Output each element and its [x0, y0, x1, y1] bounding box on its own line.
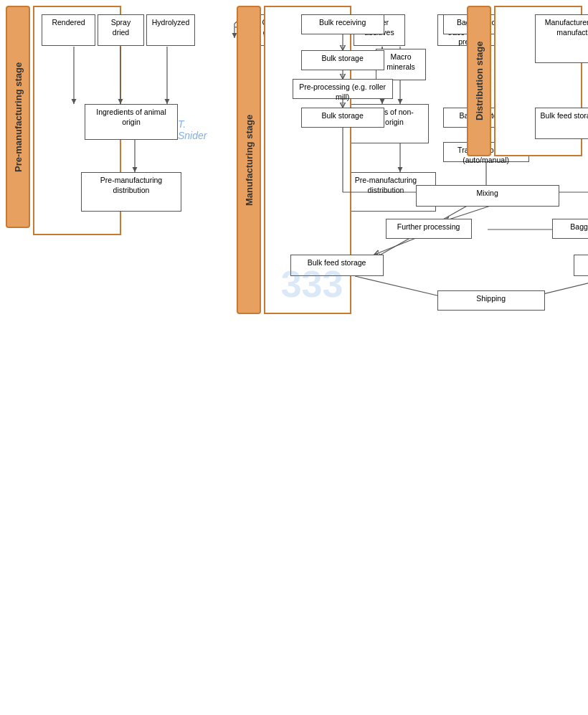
- further-processing-label: Further processing: [397, 222, 460, 231]
- bulk-feed-storage-label: Bulk feed storage: [308, 258, 366, 267]
- pre-dist-right-label: Pre-manufacturing distribution: [355, 176, 417, 194]
- bulk-storage2-label: Bulk storage: [321, 111, 363, 120]
- pre-dist-left-box: Pre-manufacturing distribution: [81, 172, 181, 212]
- distribution-label: Distribution stage: [467, 6, 491, 156]
- svg-line-37: [374, 237, 419, 255]
- manufacturing-label: Manufacturing stage: [237, 6, 261, 314]
- tsnider-watermark: T. Snider: [178, 118, 207, 141]
- mixing-box: Mixing: [416, 185, 559, 207]
- bagged-feed-storage-box: Bagged feed storage: [574, 255, 588, 276]
- mfr-controlled-box: Manufacturer controlled distribution fro…: [535, 14, 588, 63]
- ingredients-animal-box: Ingredients of animal origin: [85, 104, 178, 140]
- shipping-box: Shipping: [437, 290, 545, 311]
- pre-processing-label: Pre-processing (e.g. roller mill): [299, 82, 386, 101]
- pre-manufacturing-label: Pre-manufacturing stage: [6, 6, 30, 228]
- connector-svg-mfg-dist: [379, 6, 467, 31]
- rendered-box: Rendered: [42, 14, 95, 46]
- bulk-storage1-label: Bulk storage: [321, 54, 363, 62]
- macro-minerals-label: Macro minerals: [387, 52, 415, 71]
- bagging-box: Bagging: [552, 219, 588, 239]
- mixing-label: Mixing: [476, 189, 498, 197]
- bulk-feed-farm-box: Bulk feed storage on farm: [535, 108, 588, 139]
- manufacturing-text: Manufacturing stage: [243, 114, 254, 205]
- bulk-storage2-box: Bulk storage: [301, 108, 384, 128]
- bulk-feed-farm-label: Bulk feed storage on farm: [541, 111, 588, 120]
- mfr-controlled-label: Manufacturer controlled distribution fro…: [545, 18, 588, 37]
- pre-dist-left-label: Pre-manufacturing distribution: [100, 176, 162, 194]
- distribution-text: Distribution stage: [474, 42, 485, 121]
- connector-svg-pre-mfg: [148, 6, 237, 38]
- bulk-storage1-box: Bulk storage: [301, 50, 384, 70]
- pre-manufacturing-text: Pre-manufacturing stage: [13, 62, 24, 171]
- bulk-feed-storage-box: Bulk feed storage: [290, 255, 384, 276]
- shipping-label: Shipping: [476, 294, 506, 303]
- bagging-label: Bagging: [570, 222, 588, 231]
- further-processing-box: Further processing: [386, 219, 472, 239]
- rendered-label: Rendered: [52, 18, 85, 27]
- pre-processing-box: Pre-processing (e.g. roller mill): [293, 79, 393, 99]
- ingredients-animal-label: Ingredients of animal origin: [96, 108, 166, 126]
